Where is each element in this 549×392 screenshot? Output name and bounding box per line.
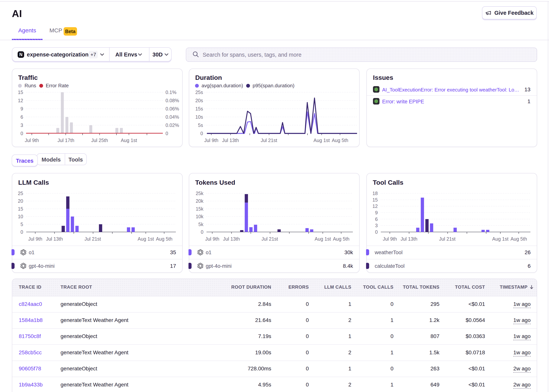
svg-text:20k: 20k: [196, 198, 204, 204]
svg-text:Aug 1st: Aug 1st: [492, 236, 509, 242]
svg-text:Jul 17th: Jul 17th: [57, 138, 74, 143]
svg-text:Aug 1st: Aug 1st: [121, 138, 137, 143]
svg-text:0: 0: [165, 131, 168, 136]
svg-text:Aug 5th: Aug 5th: [511, 236, 527, 242]
svg-text:3: 3: [21, 123, 23, 128]
svg-text:25s: 25s: [195, 90, 203, 95]
svg-text:Jul 9th: Jul 9th: [25, 138, 39, 143]
svg-text:Jul 21st: Jul 21st: [85, 236, 101, 242]
svg-text:Jul 9th: Jul 9th: [204, 138, 218, 143]
svg-text:0: 0: [201, 229, 203, 235]
svg-text:Aug 1st: Aug 1st: [138, 236, 154, 242]
svg-text:15s: 15s: [195, 106, 203, 112]
svg-text:18: 18: [372, 191, 378, 196]
svg-text:Jul 9th: Jul 9th: [28, 236, 42, 242]
svg-text:Jul 9th: Jul 9th: [205, 236, 219, 242]
svg-text:Jul 13th: Jul 13th: [222, 138, 239, 143]
svg-text:Aug 1st: Aug 1st: [315, 236, 331, 242]
svg-text:N: N: [19, 52, 23, 57]
svg-text:10k: 10k: [196, 214, 204, 219]
svg-text:15: 15: [372, 197, 378, 203]
svg-text:0.04%: 0.04%: [165, 114, 179, 120]
svg-text:0.06%: 0.06%: [165, 106, 179, 112]
svg-text:20s: 20s: [195, 98, 203, 103]
svg-text:Aug 5th: Aug 5th: [333, 236, 349, 242]
svg-text:0: 0: [375, 229, 378, 235]
svg-text:Jul 21st: Jul 21st: [439, 236, 456, 242]
svg-text:5s: 5s: [198, 123, 203, 128]
svg-text:6: 6: [375, 217, 378, 222]
svg-text:Jul 13th: Jul 13th: [223, 236, 240, 242]
svg-text:3: 3: [375, 223, 378, 228]
svg-text:0: 0: [21, 131, 23, 136]
svg-text:0.1%: 0.1%: [165, 90, 176, 95]
svg-text:15: 15: [18, 206, 23, 211]
svg-text:15k: 15k: [196, 206, 204, 211]
svg-text:5k: 5k: [199, 222, 204, 227]
svg-text:25: 25: [18, 191, 23, 196]
svg-text:5: 5: [21, 222, 23, 227]
svg-text:Jul 13th: Jul 13th: [400, 236, 417, 242]
svg-text:Aug 5th: Aug 5th: [156, 236, 172, 242]
svg-text:25k: 25k: [196, 191, 204, 196]
svg-text:9: 9: [21, 106, 23, 112]
svg-text:Aug 1st: Aug 1st: [314, 138, 330, 143]
svg-text:20: 20: [18, 198, 23, 204]
svg-text:Aug 5th: Aug 5th: [332, 138, 348, 143]
svg-text:10s: 10s: [195, 114, 203, 120]
svg-text:Jul 21st: Jul 21st: [262, 236, 278, 242]
svg-text:12: 12: [18, 98, 23, 103]
svg-text:0.08%: 0.08%: [165, 98, 179, 103]
svg-text:9: 9: [375, 210, 378, 215]
svg-text:12: 12: [372, 203, 378, 209]
svg-text:6: 6: [21, 114, 23, 120]
svg-text:0.02%: 0.02%: [165, 123, 179, 128]
svg-text:Jul 13th: Jul 13th: [46, 236, 63, 242]
svg-text:Jul 9th: Jul 9th: [383, 236, 397, 242]
svg-text:Jul 21st: Jul 21st: [261, 138, 277, 143]
svg-text:0: 0: [200, 131, 203, 136]
svg-text:Jul 25th: Jul 25th: [91, 138, 108, 143]
svg-text:10: 10: [18, 214, 23, 219]
svg-text:0: 0: [21, 229, 23, 235]
svg-text:15: 15: [18, 90, 23, 95]
